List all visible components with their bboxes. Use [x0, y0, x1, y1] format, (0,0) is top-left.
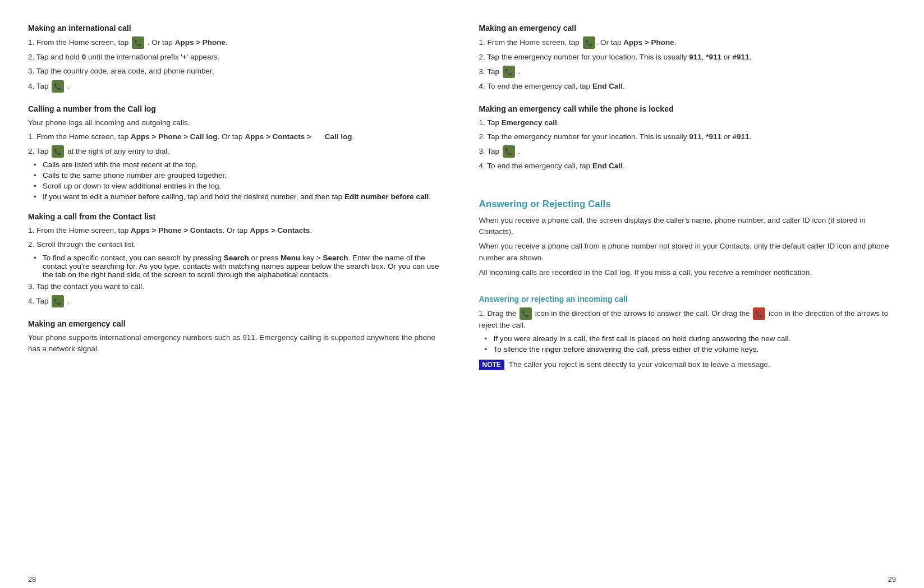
contact-step3: 3. Tap the contact you want to call. [28, 281, 445, 292]
section-title-international: Making an international call [28, 22, 445, 34]
teal-title-answering: Answering or Rejecting Calls [479, 197, 897, 212]
contact-bullet1: • To find a specific contact, you can se… [34, 254, 445, 279]
emergency-right-step4: 4. To end the emergency call, tap End Ca… [479, 81, 897, 92]
bullet-4: • If you want to edit a number before ca… [34, 192, 445, 201]
section-title-emergency-left: Making an emergency call [28, 318, 445, 330]
phone-icon-green-3 [52, 145, 64, 158]
phone-icon-green [132, 36, 144, 49]
note-box: NOTE The caller you reject is sent direc… [479, 359, 897, 370]
phone-icon-green-2 [52, 80, 64, 93]
locked-step2: 2. Tap the emergency number for your loc… [479, 131, 897, 143]
step-num: 1. [28, 38, 36, 47]
locked-step4: 4. To end the emergency call, tap End Ca… [479, 160, 897, 172]
bullet-3: • Scroll up or down to view additional e… [34, 182, 445, 190]
bullet-2: • Calls to the same phone number are gro… [34, 171, 445, 180]
section-emergency-left: Making an emergency call Your phone supp… [28, 318, 445, 358]
section-title-emergency-locked: Making an emergency call while the phone… [479, 103, 897, 115]
phone-icon-green-4 [52, 295, 64, 307]
contact-step1: 1. From the Home screen, tap Apps > Phon… [28, 225, 445, 236]
answering-para2: When you receive a phone call from a pho… [479, 241, 897, 264]
section-contact-list: Making a call from the Contact list 1. F… [28, 211, 445, 310]
section-answering-rejecting: Answering or Rejecting Calls When you re… [479, 186, 897, 281]
section-emergency-locked: Making an emergency call while the phone… [479, 103, 897, 175]
left-column: Making an international call 1. From the… [28, 22, 445, 548]
page-number-left: 28 [0, 571, 64, 588]
bullet-1: • Calls are listed with the most recent … [34, 160, 445, 169]
section-title-call-log: Calling a number from the Call log [28, 103, 445, 115]
teal-subtitle-incoming: Answering or rejecting an incoming call [479, 293, 897, 305]
emergency-right-step2: 2. Tap the emergency number for your loc… [479, 52, 897, 63]
step-3-international: 3. Tap the country code, area code, and … [28, 66, 445, 77]
locked-step1: 1. Tap Emergency call. [479, 117, 897, 128]
section-title-contact-list: Making a call from the Contact list [28, 211, 445, 223]
contact-step2: 2. Scroll through the contact list. [28, 239, 445, 250]
phone-icon-green-5 [583, 36, 595, 49]
emergency-right-step3: 3. Tap . [479, 66, 897, 78]
call-log-step1: 1. From the Home screen, tap Apps > Phon… [28, 131, 445, 143]
phone-icon-green-8 [520, 307, 532, 320]
step-2-international: 2. Tap and hold 0 until the internationa… [28, 52, 445, 63]
incoming-step1: 1. Drag the icon in the direction of the… [479, 307, 897, 331]
section-title-emergency-right: Making an emergency call [479, 22, 897, 34]
page-footer: 28 29 [0, 571, 924, 588]
incoming-bullet2: • To silence the ringer before answering… [485, 345, 897, 353]
call-log-step2: 2. Tap at the right of any entry to dial… [28, 145, 445, 158]
emergency-left-text: Your phone supports international emerge… [28, 332, 445, 355]
contact-step4: 4. Tap . [28, 295, 445, 307]
section-answering-incoming: Answering or rejecting an incoming call … [479, 288, 897, 371]
section-call-log: Calling a number from the Call log Your … [28, 103, 445, 204]
phone-icon-red [753, 307, 765, 320]
answering-para3: All incoming calls are recorded in the C… [479, 267, 897, 278]
locked-step3: 3. Tap . [479, 145, 897, 158]
call-log-intro: Your phone logs all incoming and outgoin… [28, 117, 445, 128]
section-international-call: Making an international call 1. From the… [28, 22, 445, 95]
emergency-right-step1: 1. From the Home screen, tap . Or tap Ap… [479, 36, 897, 49]
answering-para1: When you receive a phone call, the scree… [479, 215, 897, 238]
step-4-international: 4. Tap . [28, 80, 445, 93]
note-text: The caller you reject is sent directly t… [509, 359, 770, 370]
section-emergency-right: Making an emergency call 1. From the Hom… [479, 22, 897, 95]
right-column: Making an emergency call 1. From the Hom… [479, 22, 897, 548]
phone-icon-green-7 [503, 145, 515, 158]
incoming-bullet1: • If you were already in a call, the fir… [485, 334, 897, 343]
note-label: NOTE [479, 360, 504, 370]
page-number-right: 29 [860, 571, 924, 588]
step-1-international: 1. From the Home screen, tap . Or tap Ap… [28, 36, 445, 49]
phone-icon-green-6 [503, 66, 515, 78]
